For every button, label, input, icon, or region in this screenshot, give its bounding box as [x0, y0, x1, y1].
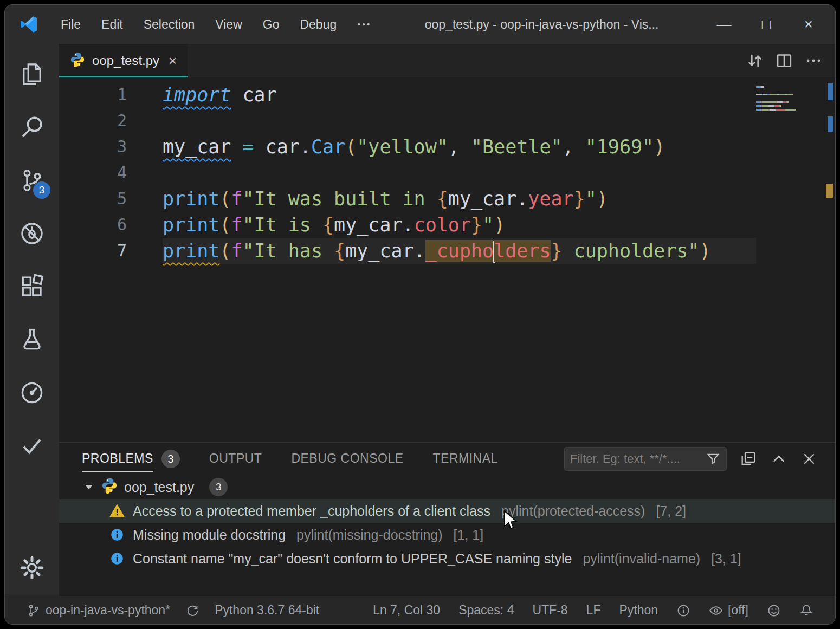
problem-row[interactable]: Access to a protected member _cupholders…: [59, 499, 835, 523]
python-interpreter-status[interactable]: Python 3.6.7 64-bit: [215, 603, 319, 618]
encoding-status[interactable]: UTF-8: [532, 603, 567, 618]
source-control-icon[interactable]: 3: [18, 166, 46, 194]
menu-go[interactable]: Go: [253, 17, 290, 32]
indentation-status[interactable]: Spaces: 4: [458, 603, 514, 618]
problems-count-badge: 3: [161, 450, 180, 468]
problem-row[interactable]: Missing module docstringpylint(missing-d…: [59, 523, 835, 547]
problems-file-name: oop_test.py: [124, 479, 194, 495]
problem-message: Constant name "my_car" doesn't conform t…: [133, 551, 572, 567]
menu-more-icon[interactable]: [347, 16, 380, 33]
problem-source: pylint(missing-docstring): [296, 527, 443, 543]
code-editor[interactable]: 1import car23my_car = car.Car("yellow", …: [59, 77, 835, 442]
scm-badge: 3: [33, 181, 50, 199]
notifications-bell-icon[interactable]: [799, 604, 813, 618]
close-panel-icon[interactable]: [797, 447, 821, 471]
ruler-info-mark: [828, 83, 833, 100]
problem-message: Access to a protected member _cupholders…: [133, 503, 490, 519]
screencast-status[interactable]: [off]: [709, 603, 748, 618]
code-line-2[interactable]: 2: [59, 108, 835, 134]
panel-tab-problems[interactable]: PROBLEMS3: [82, 446, 180, 472]
problems-file-badge: 3: [209, 478, 228, 496]
vscode-logo-icon[interactable]: [19, 15, 38, 34]
panel-header: PROBLEMS3OUTPUTDEBUG CONSOLETERMINAL: [59, 443, 835, 475]
line-number: 4: [59, 160, 143, 186]
editor-more-actions-icon[interactable]: [802, 49, 825, 73]
branch-icon: [27, 604, 41, 618]
info-icon[interactable]: [676, 604, 690, 618]
window-title: oop_test.py - oop-in-java-vs-python - Vi…: [380, 17, 703, 32]
filter-icon: [706, 451, 721, 466]
problem-row[interactable]: Constant name "my_car" doesn't conform t…: [59, 547, 835, 570]
line-number: 1: [59, 82, 143, 108]
problems-filter-input[interactable]: [570, 452, 706, 466]
python-file-icon: [101, 477, 118, 497]
sync-icon: [185, 604, 199, 618]
menu-debug[interactable]: Debug: [289, 17, 347, 32]
tab-label: oop_test.py: [92, 53, 159, 68]
minimap[interactable]: [756, 85, 821, 112]
tab-oop-test-py[interactable]: oop_test.py ×: [59, 44, 188, 77]
open-changes-icon[interactable]: [743, 49, 767, 73]
problems-file-group[interactable]: oop_test.py 3: [59, 475, 835, 499]
panel-tabbar-tabs: PROBLEMS3OUTPUTDEBUG CONSOLETERMINAL: [82, 446, 498, 472]
feedback-smiley-icon[interactable]: [767, 604, 781, 618]
code-line-6[interactable]: 6print(f"It is {my_car.color}"): [59, 212, 835, 238]
code-line-5[interactable]: 5print(f"It was built in {my_car.year}"): [59, 186, 835, 212]
explorer-icon[interactable]: [18, 60, 46, 88]
status-bar-right: Ln 7, Col 30 Spaces: 4 UTF-8 LF Python […: [373, 603, 813, 618]
screencast-label: [off]: [728, 603, 748, 618]
editor-tabbar: oop_test.py ×: [59, 44, 835, 77]
line-number: 6: [59, 212, 143, 238]
problems-filter[interactable]: [564, 447, 727, 471]
settings-gear-icon[interactable]: [18, 554, 46, 582]
cursor-position-status[interactable]: Ln 7, Col 30: [373, 603, 440, 618]
code-line-3[interactable]: 3my_car = car.Car("yellow", "Beetle", "1…: [59, 134, 835, 160]
activity-bar: 3: [5, 44, 59, 596]
problem-message: Missing module docstring: [133, 527, 286, 543]
menu-view[interactable]: View: [205, 17, 252, 32]
collapse-all-icon[interactable]: [736, 447, 760, 471]
panel-tab-debug-console[interactable]: DEBUG CONSOLE: [291, 446, 403, 472]
language-mode-status[interactable]: Python: [619, 603, 658, 618]
panel-actions: [736, 447, 821, 471]
status-bar: oop-in-java-vs-python* Python 3.6.7 64-b…: [5, 596, 835, 624]
split-editor-icon[interactable]: [772, 49, 796, 73]
problem-position: [3, 1]: [711, 551, 741, 567]
close-button[interactable]: ×: [787, 16, 830, 33]
problem-source: pylint(protected-access): [501, 503, 645, 519]
maximize-panel-icon[interactable]: [767, 447, 791, 471]
check-icon[interactable]: [18, 432, 46, 460]
line-number: 2: [59, 108, 143, 134]
git-branch-status[interactable]: oop-in-java-vs-python*: [27, 603, 170, 618]
maximize-button[interactable]: □: [745, 16, 787, 33]
ruler-warning-mark: [826, 184, 833, 198]
tab-close-icon[interactable]: ×: [169, 53, 177, 69]
overview-ruler[interactable]: [825, 77, 833, 442]
ruler-info-mark: [828, 116, 833, 132]
eol-status[interactable]: LF: [586, 603, 601, 618]
menu-edit[interactable]: Edit: [91, 17, 133, 32]
debug-icon[interactable]: [18, 219, 46, 248]
menu-file[interactable]: File: [50, 17, 91, 32]
search-icon[interactable]: [18, 113, 46, 141]
gauge-icon[interactable]: [18, 379, 46, 407]
panel-tab-terminal[interactable]: TERMINAL: [433, 446, 498, 472]
warning-icon: [109, 503, 125, 519]
expand-twisty-icon[interactable]: [83, 481, 95, 493]
menu-selection[interactable]: Selection: [133, 17, 205, 32]
problems-rows: Access to a protected member _cupholders…: [59, 499, 835, 570]
python-file-icon: [70, 52, 85, 69]
problem-position: [7, 2]: [656, 503, 686, 519]
code-line-7[interactable]: 7print(f"It has {my_car._cupholders} cup…: [59, 238, 835, 264]
interpreter-label: Python 3.6.7 64-bit: [215, 603, 319, 618]
line-number: 5: [59, 186, 143, 212]
line-number: 7: [59, 238, 143, 264]
panel-tab-output[interactable]: OUTPUT: [209, 446, 262, 472]
code-line-1[interactable]: 1import car: [59, 82, 835, 108]
problems-list: oop_test.py 3 Access to a protected memb…: [59, 475, 835, 596]
test-beaker-icon[interactable]: [18, 326, 46, 354]
code-line-4[interactable]: 4: [59, 160, 835, 186]
sync-status[interactable]: [185, 604, 199, 618]
minimize-button[interactable]: —: [703, 16, 745, 33]
extensions-icon[interactable]: [18, 273, 46, 301]
